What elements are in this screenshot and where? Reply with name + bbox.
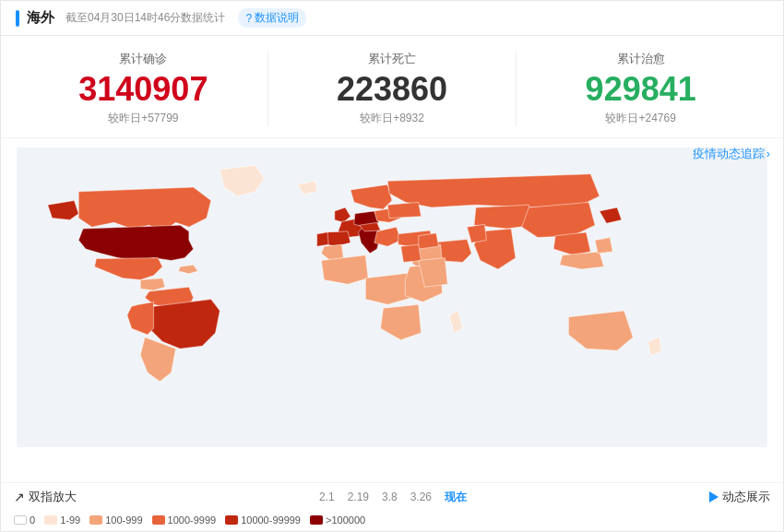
recovered-value: 929841: [586, 71, 696, 108]
legend-label-1: 1-99: [60, 514, 80, 526]
legend-item-2: 100-999: [89, 514, 142, 526]
legend-label-2: 100-999: [105, 514, 142, 526]
legend-label-4: 10000-99999: [241, 514, 301, 526]
tracking-link-label: 疫情动态追踪: [693, 146, 765, 162]
deaths-stat: 累计死亡 223860 较昨日+8932: [267, 51, 517, 126]
timeline-item-1[interactable]: 2.19: [348, 491, 369, 503]
tracking-link[interactable]: 疫情动态追踪 ›: [693, 146, 770, 162]
map-section: 疫情动态追踪 ›: [1, 138, 783, 482]
blue-accent-bar: [16, 10, 19, 27]
dynamic-display-button[interactable]: 动态展示: [709, 489, 770, 505]
confirmed-change: 较昨日+57799: [108, 111, 178, 126]
legend-swatch-3: [152, 515, 165, 525]
title-bar: 海外 截至04月30日14时46分数据统计 ? 数据说明: [16, 8, 306, 28]
legend-item-5: >100000: [310, 514, 365, 526]
confirmed-stat: 累计确诊 3140907 较昨日+57799: [19, 51, 267, 126]
legend-item-4: 10000-99999: [225, 514, 301, 526]
legend-label-3: 1000-9999: [168, 514, 217, 526]
zoom-label: 双指放大: [29, 489, 77, 505]
legend-swatch-2: [89, 515, 102, 525]
region-title: 海外: [27, 9, 54, 27]
legend-item-0: 0: [14, 514, 35, 526]
deaths-value: 223860: [337, 71, 447, 108]
zoom-button[interactable]: ↗ 双指放大: [14, 489, 77, 505]
legend-bar: 0 1-99 100-999 1000-9999 10000-99999 >10…: [1, 511, 783, 531]
recovered-change: 较昨日+24769: [605, 111, 675, 126]
legend-swatch-1: [44, 515, 57, 525]
legend-label-5: >100000: [326, 514, 365, 526]
data-info-button[interactable]: ? 数据说明: [238, 8, 306, 28]
legend-swatch-5: [310, 515, 323, 525]
data-timestamp: 截至04月30日14时46分数据统计: [65, 10, 225, 26]
deaths-label: 累计死亡: [368, 51, 416, 67]
confirmed-label: 累计确诊: [119, 51, 167, 67]
legend-swatch-0: [14, 515, 27, 525]
legend-item-3: 1000-9999: [152, 514, 217, 526]
data-info-label: 数据说明: [255, 10, 299, 26]
play-icon: [709, 491, 719, 502]
stats-row: 累计确诊 3140907 较昨日+57799 累计死亡 223860 较昨日+8…: [1, 36, 783, 138]
legend-item-1: 1-99: [44, 514, 80, 526]
dynamic-label: 动态展示: [722, 489, 770, 505]
main-container: 海外 截至04月30日14时46分数据统计 ? 数据说明 累计确诊 314090…: [0, 0, 784, 532]
world-map-svg: iTE: [1, 148, 783, 447]
world-map-area[interactable]: iTE: [1, 148, 783, 447]
timeline-item-2[interactable]: 3.8: [382, 491, 398, 503]
recovered-stat: 累计治愈 929841 较昨日+24769: [516, 51, 765, 126]
legend-swatch-4: [225, 515, 238, 525]
timeline-item-3[interactable]: 3.26: [410, 491, 432, 503]
timeline-item-4[interactable]: 现在: [445, 490, 467, 505]
legend-label-0: 0: [30, 514, 35, 526]
confirmed-value: 3140907: [78, 71, 208, 108]
header: 海外 截至04月30日14时46分数据统计 ? 数据说明: [1, 1, 783, 36]
timeline-controls: 2.1 2.19 3.8 3.26 现在: [319, 490, 467, 505]
bottom-bar: ↗ 双指放大 2.1 2.19 3.8 3.26 现在 动态展示: [1, 482, 783, 511]
deaths-change: 较昨日+8932: [360, 111, 424, 126]
question-icon: ?: [245, 12, 252, 25]
timeline-item-0[interactable]: 2.1: [319, 491, 335, 503]
recovered-label: 累计治愈: [617, 51, 665, 67]
expand-icon: ↗: [14, 490, 25, 504]
chevron-right-icon: ›: [766, 147, 770, 160]
